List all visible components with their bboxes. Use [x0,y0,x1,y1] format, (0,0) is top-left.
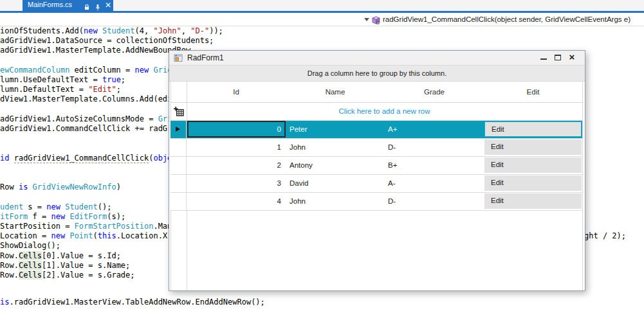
close-button[interactable]: × [564,51,580,65]
add-row-icon [174,107,184,119]
window-title-bar[interactable]: RadForm1 × [169,51,585,65]
radform-window: RadForm1 × Drag a column here to group b… [169,50,585,291]
id-cell[interactable]: 4 [187,193,286,210]
id-cell[interactable]: 0 [187,121,286,138]
row-indicator-cell[interactable] [170,175,187,192]
code-line: itForm f = new EditForm(s); [0,212,125,221]
screen: MainForms.cs ✕ radGridView1_CommandCellC… [0,0,644,320]
row-indicator-cell[interactable] [170,139,187,156]
name-cell[interactable]: Peter [290,121,308,138]
table-row[interactable]: 3DavidA-Edit [170,175,582,193]
code-line: ShowDialog(); [0,241,60,250]
edit-button[interactable]: Edit [484,139,582,155]
edit-button[interactable]: Edit [484,175,582,191]
window-title: RadForm1 [187,53,224,62]
column-header-grade[interactable]: Grade [385,82,484,103]
grade-cell[interactable]: D- [388,139,396,156]
name-cell[interactable]: Antony [290,157,313,174]
code-line: ght / 2); [584,231,626,240]
minimize-button[interactable] [536,51,551,65]
code-line: Location = new Point(this.Location.X + [0,231,181,240]
name-cell[interactable]: John [290,139,306,156]
table-row[interactable]: 4JohnD-Edit [170,193,582,211]
grade-cell[interactable]: A- [388,175,396,192]
table-row[interactable]: 2AntonyB+Edit [170,157,582,175]
grid: IdNameGradeEdit Click here to add a new … [169,82,585,290]
code-line: lumn.DefaultText = "Edit"; [0,85,121,94]
add-new-row[interactable]: Click here to add a new row [170,103,582,121]
code-line: ionOfStudents.Add(new Student(4, "John",… [0,26,223,35]
table-row[interactable]: 0PeterA+Edit [170,121,582,139]
code-line: Row is GridViewNewRowInfo) [0,182,121,191]
grade-cell[interactable]: B+ [388,157,397,174]
column-header-name[interactable]: Name [286,82,385,103]
column-header-row: IdNameGradeEdit [170,82,582,103]
name-cell[interactable]: John [290,193,306,210]
column-header-edit[interactable]: Edit [484,82,582,103]
id-cell[interactable]: 2 [187,157,286,174]
current-row-arrow-icon [176,127,180,132]
code-line: Row.Cells[1].Value = s.Name; [0,261,130,270]
code-line: adGridView1.DataSource = collectionOfStu… [0,36,214,45]
row-indicator-cell[interactable] [170,157,187,174]
maximize-button[interactable] [550,51,566,65]
code-line: is.radGridView1.MasterView.TableAddNewRo… [0,298,265,307]
grade-cell[interactable]: D- [388,193,396,210]
grid-right-border [582,82,583,290]
code-line: adGridView1.MasterTemplate.AddNewBoundRo… [0,46,190,55]
code-line: lumn.UseDefaultText = true; [0,75,125,84]
id-cell[interactable]: 1 [187,139,286,156]
column-header-id[interactable]: Id [187,82,286,103]
table-row[interactable]: 1JohnD-Edit [170,139,582,157]
group-by-panel[interactable]: Drag a column here to group by this colu… [169,65,585,82]
window-icon [174,53,183,65]
edit-button[interactable]: Edit [484,193,582,209]
name-cell[interactable]: David [290,175,308,192]
code-line: udent s = new Student(); [0,202,111,211]
row-indicator-cell[interactable] [170,193,187,210]
edit-button[interactable]: Edit [484,121,582,137]
code-line: StartPosition = FormStartPosition.Manual… [0,222,190,231]
row-indicator-cell[interactable] [170,121,187,138]
edit-button[interactable]: Edit [484,157,582,173]
code-line: Row.Cells[2].Value = s.Grade; [0,271,135,280]
add-row-link[interactable]: Click here to add a new row [187,103,582,120]
id-cell[interactable]: 3 [187,175,286,192]
grade-cell[interactable]: A+ [388,121,397,138]
code-line: Row.Cells[0].Value = s.Id; [0,251,121,260]
